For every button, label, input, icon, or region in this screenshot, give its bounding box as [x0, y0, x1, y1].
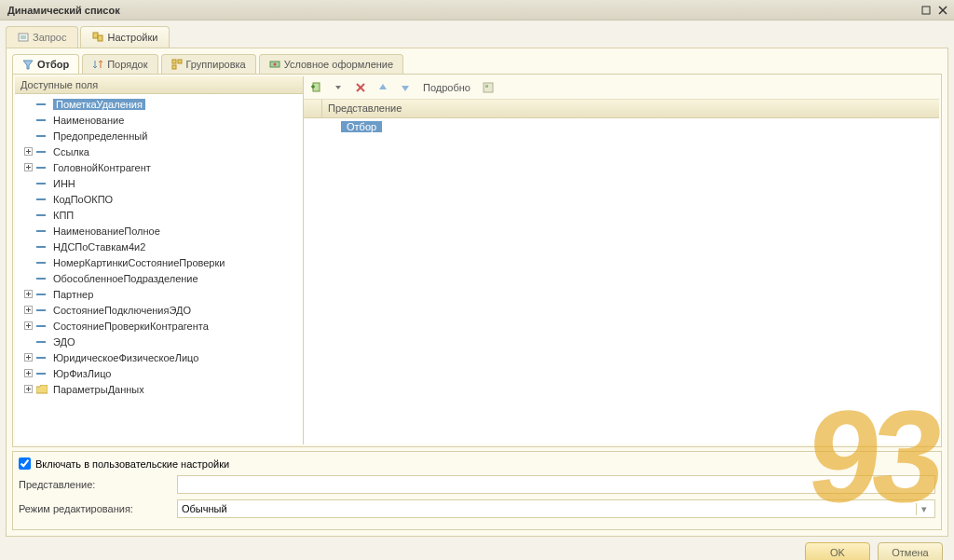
filter-toolbar: Подробно	[304, 76, 939, 100]
window-restore-button[interactable]	[919, 4, 934, 17]
window-close-button[interactable]	[935, 4, 950, 17]
tree-item[interactable]: ГоловнойКонтрагент	[15, 159, 303, 175]
expander-icon	[22, 336, 34, 348]
tree-item[interactable]: Предопределенный	[15, 128, 303, 143]
tab-group-label: Группировка	[186, 59, 246, 70]
expander-icon	[22, 130, 34, 142]
attribute-icon	[36, 163, 49, 172]
attribute-icon	[36, 306, 49, 315]
attribute-icon	[36, 100, 49, 109]
tree-item[interactable]: ЭДО	[15, 334, 303, 349]
tree-item-label: СостояниеПодключенияЭДО	[53, 305, 191, 316]
sub-tabs: Отбор Порядок Группировка Условное оформ…	[12, 54, 942, 75]
filter-row[interactable]: Отбор	[304, 118, 939, 135]
expander-icon[interactable]	[22, 305, 34, 316]
tab-query[interactable]: Запрос	[6, 26, 78, 48]
cancel-button[interactable]: Отмена	[878, 542, 943, 560]
attribute-icon	[36, 290, 49, 299]
add-dropdown-icon[interactable]	[330, 79, 347, 96]
tab-settings[interactable]: Настройки	[80, 26, 170, 48]
expander-icon[interactable]	[22, 321, 34, 332]
tree-item[interactable]: КПП	[15, 207, 303, 223]
folder-icon	[36, 385, 49, 394]
move-down-button[interactable]	[397, 79, 414, 96]
tree-item[interactable]: СостояниеПроверкиКонтрагента	[15, 318, 303, 334]
svg-rect-9	[178, 60, 182, 63]
tree-item[interactable]: ПараметрыДанных	[15, 381, 303, 397]
tree-item-label: СостояниеПроверкиКонтрагента	[53, 321, 209, 332]
tree-item[interactable]: ЮрФизЛицо	[15, 365, 303, 381]
tree-item[interactable]: ИНН	[15, 175, 303, 191]
attribute-icon	[36, 369, 49, 378]
delete-button[interactable]	[352, 79, 369, 96]
tab-query-label: Запрос	[33, 32, 66, 43]
ok-button[interactable]: OK	[805, 542, 870, 560]
details-link[interactable]: Подробно	[419, 82, 474, 93]
expander-icon[interactable]	[22, 368, 34, 379]
tree-item-label: КПП	[53, 210, 74, 221]
tree-item[interactable]: Партнер	[15, 286, 303, 302]
include-in-user-settings-checkbox[interactable]	[19, 458, 31, 470]
tree-item-label: НаименованиеПолное	[53, 225, 160, 237]
attribute-icon	[36, 116, 49, 125]
attribute-icon	[36, 353, 49, 362]
expander-icon[interactable]	[22, 384, 34, 395]
top-tabs: Запрос Настройки	[6, 26, 948, 48]
fields-tree[interactable]: ПометкаУдаленияНаименованиеПредопределен…	[15, 94, 303, 444]
expander-icon[interactable]	[22, 146, 34, 157]
properties-button[interactable]	[480, 79, 497, 96]
tab-order[interactable]: Порядок	[82, 54, 157, 74]
attribute-icon	[36, 131, 49, 141]
group-icon	[171, 59, 183, 70]
settings-icon	[92, 32, 103, 43]
tab-conditional-format[interactable]: Условное оформление	[259, 54, 403, 74]
tree-item-label: Ссылка	[53, 146, 89, 157]
edit-mode-value: Обычный	[182, 503, 227, 514]
expander-icon[interactable]	[22, 352, 34, 363]
svg-point-12	[273, 63, 276, 66]
representation-label: Представление:	[19, 479, 177, 490]
tree-item[interactable]: ОбособленноеПодразделение	[15, 270, 303, 286]
attribute-icon	[36, 242, 49, 252]
add-button[interactable]	[307, 79, 324, 96]
tree-item[interactable]: КодПоОКПО	[15, 191, 303, 207]
svg-rect-6	[93, 33, 98, 38]
tab-group[interactable]: Группировка	[161, 54, 256, 74]
attribute-icon	[36, 226, 49, 236]
tree-item[interactable]: ПометкаУдаления	[15, 96, 303, 112]
edit-mode-select[interactable]: Обычный ▾	[177, 499, 935, 518]
svg-rect-7	[98, 35, 102, 41]
attribute-icon	[36, 258, 49, 267]
tree-item[interactable]: НаименованиеПолное	[15, 223, 303, 239]
expander-icon[interactable]	[22, 162, 34, 173]
representation-column-header: Представление	[322, 100, 939, 117]
attribute-icon	[36, 147, 49, 157]
tab-filter[interactable]: Отбор	[12, 54, 79, 74]
expander-icon[interactable]	[22, 289, 34, 300]
tree-item-label: ЮридическоеФизическоеЛицо	[53, 352, 198, 363]
tree-item[interactable]: НДСПоСтавкам4и2	[15, 239, 303, 254]
tree-item[interactable]: Наименование	[15, 112, 303, 128]
expander-icon	[22, 273, 34, 284]
representation-input[interactable]	[177, 475, 935, 494]
tree-item[interactable]: НомерКартинкиСостояниеПроверки	[15, 254, 303, 270]
attribute-icon	[36, 321, 49, 331]
tree-item[interactable]: СостояниеПодключенияЭДО	[15, 302, 303, 318]
tree-item-label: ОбособленноеПодразделение	[53, 273, 198, 284]
move-up-button[interactable]	[375, 79, 391, 96]
svg-rect-10	[172, 65, 176, 69]
dialog-footer: OK Отмена	[6, 537, 948, 560]
available-fields-panel: Доступные поля ПометкаУдаленияНаименован…	[15, 76, 304, 444]
edit-mode-label: Режим редактирования:	[19, 503, 177, 514]
tree-item[interactable]: Ссылка	[15, 143, 303, 159]
tree-item[interactable]: ЮридическоеФизическоеЛицо	[15, 349, 303, 365]
attribute-icon	[36, 274, 49, 283]
expander-icon	[22, 241, 34, 253]
svg-rect-0	[922, 7, 930, 14]
tree-item-label: НомерКартинкиСостояниеПроверки	[53, 257, 225, 268]
format-icon	[269, 59, 280, 70]
filter-grid-body[interactable]: Отбор	[304, 118, 939, 444]
attribute-icon	[36, 179, 49, 188]
user-settings-panel: Включать в пользовательские настройки Пр…	[12, 451, 942, 530]
tree-item-label: Наименование	[53, 115, 124, 126]
